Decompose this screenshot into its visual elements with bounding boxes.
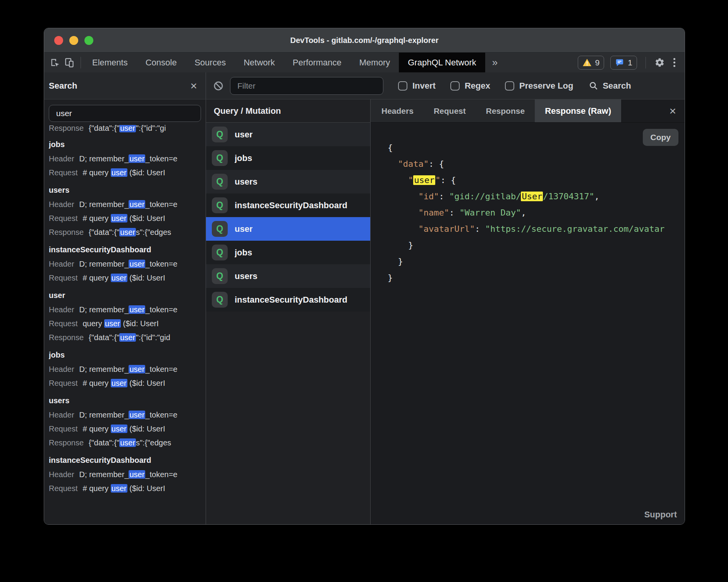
search-result-title[interactable]: instanceSecurityDashboard bbox=[49, 243, 206, 257]
preserve-log-checkbox[interactable]: Preserve Log bbox=[505, 81, 573, 91]
filter-input[interactable] bbox=[230, 77, 383, 95]
devtools-tab-graphql-network[interactable]: GraphQL Network bbox=[399, 53, 485, 72]
search-result-title[interactable]: instanceSecurityDashboard bbox=[49, 453, 206, 467]
kebab-menu-icon[interactable] bbox=[671, 56, 678, 68]
search-result-line[interactable]: HeaderD; remember_user_token=e bbox=[49, 362, 206, 376]
result-line-value: {"data":{"user":{"id":"gid bbox=[89, 333, 170, 342]
devtools-tab-sources[interactable]: Sources bbox=[185, 53, 235, 72]
regex-checkbox[interactable]: Regex bbox=[450, 81, 490, 91]
search-result-line[interactable]: HeaderD; remember_user_token=e bbox=[49, 467, 206, 481]
issues-warning-badge[interactable]: 9 bbox=[578, 56, 604, 70]
result-line-value: {"data":{"users":{"edges bbox=[89, 438, 171, 447]
query-row-jobs[interactable]: Qjobs bbox=[206, 146, 370, 170]
query-row-users[interactable]: Qusers bbox=[206, 170, 370, 193]
header-strip: Search × InvertRegexPreserve Log Sea bbox=[44, 72, 685, 99]
search-result-title[interactable]: users bbox=[49, 183, 206, 197]
minimize-window-button[interactable] bbox=[69, 36, 78, 45]
search-match-highlight: user bbox=[119, 125, 136, 132]
settings-gear-icon[interactable] bbox=[654, 57, 665, 68]
query-row-users[interactable]: Qusers bbox=[206, 264, 370, 288]
devtools-window: DevTools - gitlab.com/-/graphql-explorer… bbox=[44, 28, 685, 525]
devtools-tab-console[interactable]: Console bbox=[137, 53, 186, 72]
detail-tabbar: HeadersRequestResponseResponse (Raw) × bbox=[371, 99, 685, 123]
search-result-line[interactable]: Request# query user ($id: UserI bbox=[49, 271, 206, 285]
search-input-wrap bbox=[44, 99, 206, 125]
search-result-group: jobsHeaderD; remember_user_token=eReques… bbox=[49, 348, 206, 390]
search-result-line[interactable]: Request# query user ($id: UserI bbox=[49, 481, 206, 495]
search-close-icon[interactable]: × bbox=[190, 80, 197, 92]
detail-tab-headers[interactable]: Headers bbox=[371, 99, 424, 122]
query-row-user[interactable]: Quser bbox=[206, 123, 370, 146]
result-line-value: D; remember_user_token=e bbox=[79, 305, 178, 314]
json-match-highlight: User bbox=[521, 192, 543, 201]
result-line-value: # query user ($id: UserI bbox=[83, 274, 165, 282]
titlebar: DevTools - gitlab.com/-/graphql-explorer bbox=[44, 28, 685, 52]
search-match-highlight: user bbox=[119, 333, 136, 342]
result-line-label: Header bbox=[49, 305, 74, 314]
query-row-jobs[interactable]: Qjobs bbox=[206, 241, 370, 264]
detail-close-icon[interactable]: × bbox=[669, 99, 685, 122]
search-match-highlight: user bbox=[111, 379, 127, 387]
checkbox-box-icon bbox=[505, 81, 514, 91]
query-type-icon: Q bbox=[212, 150, 228, 166]
search-result-line[interactable]: Request# query user ($id: UserI bbox=[49, 376, 206, 390]
clear-log-icon[interactable] bbox=[213, 80, 224, 91]
query-row-instancesecuritydashboard[interactable]: QinstanceSecurityDashboard bbox=[206, 193, 370, 217]
search-result-line[interactable]: HeaderD; remember_user_token=e bbox=[49, 408, 206, 422]
json-line: "name": "Warren Day", bbox=[388, 205, 685, 221]
search-result-title[interactable]: jobs bbox=[49, 137, 206, 152]
result-line-value: # query user ($id: UserI bbox=[83, 425, 165, 433]
result-line-label: Response bbox=[49, 125, 84, 132]
search-match-highlight: user bbox=[129, 305, 145, 314]
support-link[interactable]: Support bbox=[644, 510, 677, 520]
search-result-line[interactable]: HeaderD; remember_user_token=e bbox=[49, 303, 206, 317]
inspect-element-icon[interactable] bbox=[50, 57, 60, 68]
search-result-line[interactable]: Request# query user ($id: UserI bbox=[49, 166, 206, 180]
query-row-instancesecuritydashboard[interactable]: QinstanceSecurityDashboard bbox=[206, 288, 370, 312]
search-result-line[interactable]: Response{"data":{"user":{"id":"gid bbox=[49, 330, 206, 344]
result-line-value: D; remember_user_token=e bbox=[79, 154, 178, 163]
search-result-line[interactable]: HeaderD; remember_user_token=e bbox=[49, 257, 206, 271]
search-result-line[interactable]: Request# query user ($id: UserI bbox=[49, 211, 206, 225]
result-line-label: Response bbox=[49, 438, 84, 447]
search-result-title[interactable]: users bbox=[49, 394, 206, 408]
devtools-tabbar: ElementsConsoleSourcesNetworkPerformance… bbox=[44, 52, 685, 72]
search-result-title[interactable]: user bbox=[49, 288, 206, 303]
result-line-label: Header bbox=[49, 411, 74, 419]
search-result-title[interactable]: jobs bbox=[49, 348, 206, 362]
query-row-user[interactable]: Quser bbox=[206, 217, 370, 241]
search-result-line[interactable]: Requestquery user ($id: UserI bbox=[49, 317, 206, 330]
search-toggle-button[interactable]: Search bbox=[589, 81, 631, 91]
search-result-line[interactable]: HeaderD; remember_user_token=e bbox=[49, 197, 206, 211]
detail-tab-response-raw[interactable]: Response (Raw) bbox=[535, 99, 621, 122]
search-result-group: usersHeaderD; remember_user_token=eReque… bbox=[49, 183, 206, 239]
devtools-tab-elements[interactable]: Elements bbox=[83, 53, 137, 72]
close-window-button[interactable] bbox=[54, 36, 63, 45]
result-line-label: Response bbox=[49, 228, 84, 236]
result-line-label: Header bbox=[49, 154, 74, 163]
devtools-tab-performance[interactable]: Performance bbox=[284, 53, 350, 72]
detail-tab-response[interactable]: Response bbox=[476, 99, 535, 122]
devtools-tab-memory[interactable]: Memory bbox=[350, 53, 399, 72]
search-result-line[interactable]: Response{"data":{"users":{"edges bbox=[49, 436, 206, 450]
result-line-label: Request bbox=[49, 425, 78, 433]
search-result-line[interactable]: Response{"data":{"users":{"edges bbox=[49, 225, 206, 239]
search-result-line[interactable]: Request# query user ($id: UserI bbox=[49, 422, 206, 436]
devtools-tab-network[interactable]: Network bbox=[235, 53, 284, 72]
result-line-value: query user ($id: UserI bbox=[83, 319, 159, 328]
search-result-group: instanceSecurityDashboardHeaderD; rememb… bbox=[49, 243, 206, 285]
search-result-line[interactable]: HeaderD; remember_user_token=e bbox=[49, 152, 206, 166]
messages-badge[interactable]: 1 bbox=[610, 56, 637, 70]
invert-checkbox[interactable]: Invert bbox=[398, 81, 436, 91]
more-tabs-chevron-icon[interactable]: » bbox=[485, 53, 505, 72]
device-toolbar-icon[interactable] bbox=[64, 57, 74, 68]
zoom-window-button[interactable] bbox=[84, 36, 93, 45]
detail-tab-request[interactable]: Request bbox=[424, 99, 476, 122]
response-raw-json: { "data": { "user": { "id": "gid://gitla… bbox=[371, 123, 685, 286]
copy-button[interactable]: Copy bbox=[643, 129, 679, 146]
search-input[interactable] bbox=[49, 105, 201, 122]
message-count: 1 bbox=[628, 58, 632, 67]
search-result-line[interactable]: Response{"data":{"user":{"id":"gi bbox=[49, 125, 206, 135]
query-row-label: user bbox=[235, 130, 252, 140]
chat-bubble-icon bbox=[615, 58, 624, 67]
